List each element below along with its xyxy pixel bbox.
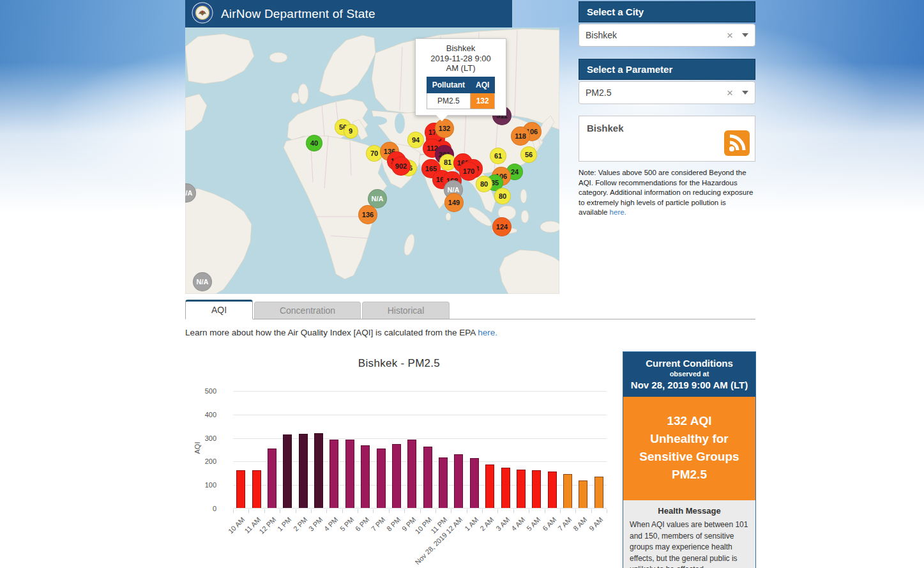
bar-7-am[interactable] — [563, 474, 572, 508]
aqi-marker[interactable]: 132 — [435, 119, 454, 138]
x-tick — [575, 509, 576, 513]
aqi-marker[interactable]: 124 — [492, 217, 511, 236]
x-tick — [435, 509, 436, 513]
x-tick — [467, 509, 467, 513]
aqi-bar-chart: Bishkek - PM2.5 AQI 0100200300400500 10 … — [185, 348, 613, 568]
bar-1-am[interactable] — [470, 458, 479, 508]
parameter-select[interactable]: PM2.5 × — [579, 81, 755, 104]
bar-12-pm[interactable] — [268, 449, 276, 508]
gridline — [233, 391, 607, 392]
parameter-select-value: PM2.5 — [586, 88, 720, 98]
current-conditions-panel: Current Conditions observed at Nov 28, 2… — [623, 351, 756, 568]
x-tick — [513, 509, 514, 513]
bar-4-pm[interactable] — [329, 440, 338, 508]
aqi-category-badge: 132 AQIUnhealthy forSensitive GroupsPM2.… — [623, 397, 755, 500]
bar-8-am[interactable] — [579, 480, 587, 508]
y-tick-label: 500 — [205, 387, 216, 395]
popup-col-pollutant: Pollutant — [427, 77, 470, 93]
aqi-marker[interactable]: 80 — [494, 188, 511, 204]
conditions-header: Current Conditions observed at Nov 28, 2… — [623, 352, 755, 397]
bar-7-pm[interactable] — [377, 449, 386, 508]
aqi-marker[interactable]: 902 — [391, 157, 411, 176]
bar-10-pm[interactable] — [423, 447, 432, 508]
x-tick — [591, 509, 592, 513]
city-select-value: Bishkek — [586, 30, 720, 40]
parameter-caret-down-icon[interactable] — [742, 91, 748, 95]
note-text: Note: Values above 500 are considered Be… — [579, 169, 753, 216]
x-tick — [326, 509, 327, 513]
x-axis: 10 AM11 AM12 PM1 PM2 PM3 PM4 PM5 PM6 PM7… — [233, 509, 607, 568]
bar-6-am[interactable] — [548, 472, 557, 508]
epa-here-link[interactable]: here. — [478, 328, 497, 337]
aqi-marker[interactable]: 40 — [306, 135, 322, 151]
aqi-marker[interactable]: 61 — [490, 148, 506, 164]
conditions-title: Current Conditions — [627, 358, 752, 369]
bar-11-am[interactable] — [252, 470, 261, 508]
city-select[interactable]: Bishkek × — [579, 24, 755, 47]
x-tick — [404, 509, 405, 513]
x-tick — [482, 509, 483, 513]
x-tick — [311, 509, 312, 513]
bar-5-am[interactable] — [532, 470, 541, 508]
bar-8-pm[interactable] — [392, 444, 401, 508]
bar-3-am[interactable] — [501, 468, 510, 508]
y-axis: 0100200300400500 — [185, 391, 225, 509]
y-tick-label: 100 — [205, 481, 216, 489]
x-tick — [529, 509, 529, 513]
department-of-state-seal-icon — [192, 2, 213, 26]
aqi-marker[interactable]: 9 — [344, 124, 358, 139]
x-tick — [560, 509, 561, 513]
aqi-marker[interactable]: 94 — [407, 132, 424, 148]
city-caret-down-icon[interactable] — [742, 33, 748, 37]
tab-concentration[interactable]: Concentration — [254, 302, 361, 319]
tab-historical[interactable]: Historical — [362, 302, 450, 319]
bar-6-pm[interactable] — [361, 445, 370, 508]
y-tick-label: 200 — [205, 457, 216, 465]
aqi-marker[interactable]: 170 — [459, 162, 478, 181]
bar-9-pm[interactable] — [407, 440, 416, 508]
bar-9-am[interactable] — [595, 477, 603, 508]
conditions-datetime: Nov 28, 2019 9:00 AM (LT) — [627, 380, 752, 390]
aqi-category-line: PM2.5 — [627, 466, 752, 484]
page-title: AirNow Department of State — [221, 7, 375, 21]
x-tick — [296, 509, 296, 513]
aqi-marker[interactable]: N/A — [193, 272, 212, 291]
aqi-marker[interactable]: 149 — [444, 193, 464, 212]
rss-icon[interactable] — [724, 130, 750, 156]
bar-3-pm[interactable] — [314, 433, 323, 508]
x-tick — [264, 509, 265, 513]
y-tick-label: 0 — [213, 505, 216, 512]
rss-city-label: Bishkek — [587, 123, 747, 134]
bar-11-pm[interactable] — [439, 457, 448, 508]
bar-nov-28-2019-12-am[interactable] — [454, 454, 463, 508]
bar-2-pm[interactable] — [299, 434, 308, 508]
health-message-text: When AQI values are between 101 and 150,… — [630, 519, 749, 568]
bar-10-am[interactable] — [236, 470, 245, 508]
chart-tabs: AQI Concentration Historical — [185, 300, 755, 319]
x-tick — [342, 509, 343, 513]
popup-datetime: 2019-11-28 9:00 AM (LT) — [425, 54, 497, 73]
select-parameter-header: Select a Parameter — [579, 59, 755, 80]
popup-aqi-value: 132 — [470, 93, 494, 109]
aqi-marker[interactable]: 80 — [476, 176, 492, 192]
aqi-marker[interactable]: 56 — [520, 146, 537, 163]
aqi-marker[interactable]: 136 — [358, 205, 377, 224]
x-tick — [233, 509, 234, 513]
aqi-marker[interactable]: 118 — [511, 127, 530, 146]
city-clear-icon[interactable]: × — [720, 30, 739, 41]
tab-aqi[interactable]: AQI — [185, 300, 253, 319]
x-tick — [607, 509, 607, 513]
y-tick-label: 400 — [205, 411, 216, 418]
x-tick — [389, 509, 390, 513]
popup-col-aqi: AQI — [470, 77, 494, 93]
x-tick — [497, 509, 498, 513]
popup-pollutant-value: PM2.5 — [427, 93, 470, 109]
popup-city: Bishkek — [420, 43, 502, 53]
gridline — [233, 508, 607, 509]
bar-4-am[interactable] — [517, 470, 526, 508]
bar-5-pm[interactable] — [345, 440, 354, 508]
note-here-link[interactable]: here. — [610, 208, 626, 216]
bar-1-pm[interactable] — [283, 434, 292, 508]
parameter-clear-icon[interactable]: × — [720, 88, 739, 98]
bar-2-am[interactable] — [485, 464, 494, 508]
